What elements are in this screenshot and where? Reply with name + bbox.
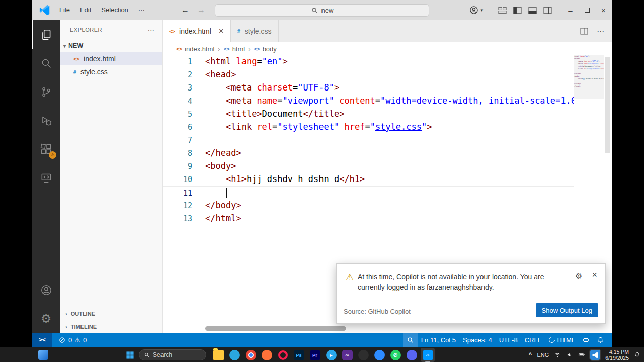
minimap-slider[interactable] — [574, 55, 604, 99]
volume-icon[interactable] — [566, 351, 573, 358]
line-number: 2 — [163, 68, 205, 81]
maximize-button[interactable] — [579, 0, 595, 20]
vscode-tray-icon[interactable] — [590, 350, 600, 360]
show-output-log-button[interactable]: Show Output Log — [536, 303, 598, 317]
status-cursor-position[interactable]: Ln 11, Col 5 — [418, 333, 459, 347]
widgets-icon[interactable] — [38, 350, 48, 360]
notification-center-icon[interactable] — [634, 351, 641, 358]
activity-settings[interactable]: ⚙ — [32, 304, 60, 333]
tab-label: index.html — [179, 27, 211, 35]
taskbar-app-vscode[interactable]: ‹› — [421, 348, 435, 362]
close-icon[interactable]: × — [219, 26, 224, 36]
tray-clock[interactable]: 4:15 PM 6/19/2025 — [605, 349, 629, 361]
menu-file[interactable]: File — [54, 0, 75, 20]
wifi-icon[interactable] — [554, 351, 561, 358]
file-label: style.css — [80, 68, 108, 76]
tray-expand-icon[interactable]: ^ — [528, 351, 532, 358]
editor-more-actions[interactable]: ⋯ — [597, 27, 604, 36]
taskbar-app-whatsapp[interactable]: ✆ — [388, 348, 403, 362]
toggle-panel-icon[interactable] — [528, 7, 537, 14]
menu-selection[interactable]: Selection — [96, 0, 133, 20]
status-label: HTML — [557, 336, 575, 344]
forward-icon[interactable]: → — [197, 6, 205, 15]
vertical-scrollbar[interactable] — [605, 57, 610, 153]
taskbar-app-obs-studio[interactable] — [356, 348, 370, 362]
status-zoom-indicator[interactable] — [403, 333, 418, 347]
back-icon[interactable]: ← — [181, 6, 189, 15]
gear-icon[interactable]: ⚙ — [575, 271, 582, 281]
customize-layout-icon[interactable] — [498, 7, 507, 14]
battery-icon[interactable] — [578, 351, 585, 358]
breadcrumb-item-html[interactable]: <>html — [224, 45, 245, 53]
code-line-3[interactable]: 3 <meta charset="UTF-8"> — [163, 81, 574, 95]
activity-search[interactable] — [32, 49, 60, 77]
code-line-6[interactable]: 6 <link rel="stylesheet" href="style.css… — [163, 121, 574, 134]
activity-run-and-debug[interactable] — [32, 106, 60, 135]
status-indentation[interactable]: Spaces: 4 — [459, 333, 496, 347]
code-line-7[interactable]: 7 — [163, 134, 574, 147]
section-outline[interactable]: ›OUTLINE — [60, 307, 162, 320]
close-icon[interactable]: × — [592, 269, 597, 280]
breadcrumb-item-body[interactable]: <>body — [254, 45, 277, 53]
taskbar-app-opera[interactable] — [276, 348, 290, 362]
status-notifications[interactable] — [593, 333, 608, 347]
activity-remote-explorer[interactable] — [32, 163, 60, 192]
minimize-button[interactable]: – — [562, 0, 579, 20]
taskbar-app-chrome[interactable] — [244, 348, 258, 362]
split-editor-icon[interactable] — [580, 28, 588, 35]
file-item-index.html[interactable]: <>index.html — [60, 52, 162, 65]
code-line-1[interactable]: 1<html lang="en"> — [163, 55, 574, 68]
activity-accounts[interactable] — [32, 276, 60, 304]
vscode-logo-icon — [39, 5, 50, 16]
toggle-secondary-sidebar-icon[interactable] — [543, 7, 552, 14]
taskbar-app-edge[interactable] — [227, 348, 242, 362]
visual-studio-icon: ∞ — [342, 350, 353, 360]
taskbar-app-file-explorer[interactable] — [211, 348, 225, 362]
activity-explorer[interactable] — [32, 20, 60, 49]
status-language-mode[interactable]: HTML — [545, 333, 579, 347]
notification-source: Source: GitHub Copilot — [344, 308, 411, 315]
menu-overflow[interactable]: ⋯ — [133, 0, 150, 20]
code-line-9[interactable]: 9<body> — [163, 160, 574, 173]
status-encoding[interactable]: UTF-8 — [496, 333, 521, 347]
status-copilot[interactable] — [579, 333, 593, 347]
remote-icon — [40, 171, 53, 185]
remote-indicator[interactable]: >< — [32, 333, 52, 347]
taskbar-app-zoom[interactable] — [372, 348, 386, 362]
command-center-search[interactable]: new — [215, 4, 429, 17]
horizontal-scrollbar[interactable] — [205, 326, 346, 331]
taskbar-app-discord[interactable] — [405, 348, 419, 362]
taskbar-app-visual-studio[interactable]: ∞ — [340, 348, 354, 362]
activity-source-control[interactable] — [32, 77, 60, 106]
folder-row-new[interactable]: ▾ NEW — [60, 39, 162, 52]
code-line-11[interactable]: 11 — [163, 186, 574, 199]
tab-index.html[interactable]: <>index.html× — [163, 20, 231, 42]
activity-extensions[interactable]: ⚠ — [32, 135, 60, 163]
problems-indicator[interactable]: 0 ⚠ 0 — [55, 333, 90, 347]
code-line-13[interactable]: 13</html> — [163, 212, 574, 225]
taskbar-search[interactable]: Search — [139, 349, 206, 360]
close-button[interactable]: × — [595, 0, 612, 20]
sidebar-more-actions[interactable]: ⋯ — [148, 26, 155, 34]
code-line-5[interactable]: 5 <title>Document</title> — [163, 108, 574, 121]
code-line-10[interactable]: 10 <h1>hjj dshdv h dshn d</h1> — [163, 173, 574, 186]
code-line-4[interactable]: 4 <meta name="viewport" content="width=d… — [163, 95, 574, 108]
sidebar-title: EXPLORER — [70, 27, 102, 33]
tab-style.css[interactable]: #style.css — [231, 20, 279, 42]
start-button[interactable] — [123, 348, 137, 362]
account-menu[interactable]: ▾ — [469, 5, 483, 15]
taskbar-app-photoshop[interactable]: Ps — [292, 348, 306, 362]
menu-edit[interactable]: Edit — [75, 0, 96, 20]
section-timeline[interactable]: ›TIMELINE — [60, 320, 162, 333]
code-line-12[interactable]: 12</body> — [163, 199, 574, 212]
taskbar-app-premiere[interactable]: Pr — [308, 348, 322, 362]
language-indicator[interactable]: ENG — [537, 352, 549, 358]
toggle-primary-sidebar-icon[interactable] — [513, 7, 522, 14]
status-eol[interactable]: CRLF — [521, 333, 545, 347]
code-line-2[interactable]: 2<head> — [163, 68, 574, 81]
code-line-8[interactable]: 8</head> — [163, 147, 574, 160]
breadcrumb-item-index.html[interactable]: <>index.html — [176, 45, 214, 53]
taskbar-app-firefox[interactable] — [260, 348, 274, 362]
file-item-style.css[interactable]: #style.css — [60, 65, 162, 78]
taskbar-app-telegram[interactable]: ▸ — [324, 348, 338, 362]
